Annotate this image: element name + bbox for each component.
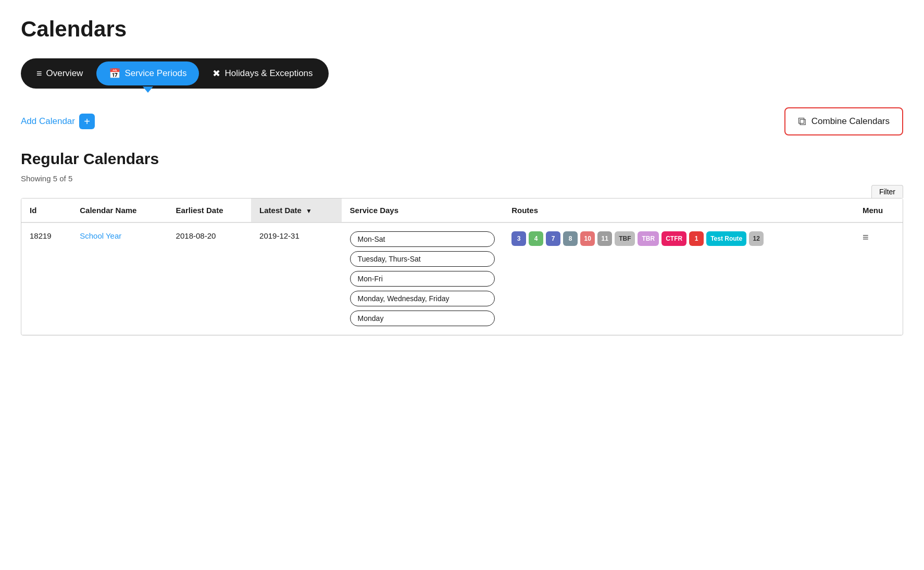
tab-holidays-exceptions[interactable]: ✖ Holidays & Exceptions — [200, 61, 325, 85]
cell-latest-date: 2019-12-31 — [251, 222, 342, 335]
route-badge[interactable]: 1 — [689, 231, 704, 246]
route-badge[interactable]: CTFR — [661, 231, 686, 246]
hamburger-menu-icon[interactable]: ≡ — [863, 231, 869, 243]
col-service-days: Service Days — [342, 199, 504, 222]
route-badge[interactable]: TBF — [615, 231, 635, 246]
service-day-badge: Mon-Sat — [350, 231, 495, 247]
calendars-table-wrapper: Id Calendar Name Earliest Date Latest Da… — [21, 198, 903, 336]
combine-calendars-button[interactable]: ⧉ Combine Calendars — [784, 107, 903, 135]
cell-earliest-date: 2018-08-20 — [168, 222, 251, 335]
showing-count: Showing 5 of 5 — [21, 174, 903, 183]
route-badge[interactable]: 10 — [580, 231, 595, 246]
col-routes: Routes — [503, 199, 854, 222]
overview-icon: ≡ — [36, 68, 42, 79]
col-menu: Menu — [854, 199, 903, 222]
sort-arrow-icon: ▼ — [306, 207, 312, 215]
route-badge[interactable]: 11 — [597, 231, 612, 246]
service-day-badge: Monday, Wednesday, Friday — [350, 291, 495, 306]
holidays-icon: ✖ — [213, 68, 220, 79]
combine-icon: ⧉ — [798, 115, 806, 128]
cell-calendar-name[interactable]: School Year — [71, 222, 167, 335]
col-id: Id — [21, 199, 71, 222]
service-periods-icon: 📅 — [109, 68, 120, 79]
service-day-badge: Mon-Fri — [350, 271, 495, 287]
service-day-badge: Tuesday, Thurs-Sat — [350, 251, 495, 267]
tab-overview[interactable]: ≡ Overview — [24, 61, 95, 85]
filter-button[interactable]: Filter — [871, 185, 903, 198]
col-calendar-name: Calendar Name — [71, 199, 167, 222]
cell-service-days: Mon-SatTuesday, Thurs-SatMon-FriMonday, … — [342, 222, 504, 335]
route-badge[interactable]: 3 — [511, 231, 526, 246]
service-day-badge: Monday — [350, 311, 495, 326]
calendar-name-link[interactable]: School Year — [80, 231, 121, 240]
route-badge[interactable]: Test Route — [706, 231, 746, 246]
tabs-nav: ≡ Overview 📅 Service Periods ✖ Holidays … — [21, 58, 329, 89]
col-latest-date[interactable]: Latest Date ▼ — [251, 199, 342, 222]
col-earliest-date: Earliest Date — [168, 199, 251, 222]
cell-routes: 34781011TBFTBRCTFR1Test Route12 — [503, 222, 854, 335]
cell-id: 18219 — [21, 222, 71, 335]
calendars-table: Id Calendar Name Earliest Date Latest Da… — [21, 199, 903, 335]
route-badge[interactable]: 7 — [546, 231, 560, 246]
route-badge[interactable]: TBR — [638, 231, 659, 246]
actions-row: Add Calendar + ⧉ Combine Calendars — [21, 107, 903, 135]
route-badge[interactable]: 4 — [529, 231, 543, 246]
route-badge[interactable]: 12 — [749, 231, 764, 246]
section-title: Regular Calendars — [21, 150, 903, 168]
filter-row: Filter — [21, 185, 903, 198]
add-calendar-plus-icon: + — [79, 114, 95, 129]
cell-menu[interactable]: ≡ — [854, 222, 903, 335]
table-row: 18219School Year2018-08-202019-12-31Mon-… — [21, 222, 903, 335]
route-badge[interactable]: 8 — [563, 231, 578, 246]
table-header-row: Id Calendar Name Earliest Date Latest Da… — [21, 199, 903, 222]
tab-service-periods[interactable]: 📅 Service Periods — [96, 61, 199, 85]
page-title: Calendars — [21, 17, 903, 42]
add-calendar-button[interactable]: Add Calendar + — [21, 114, 95, 129]
